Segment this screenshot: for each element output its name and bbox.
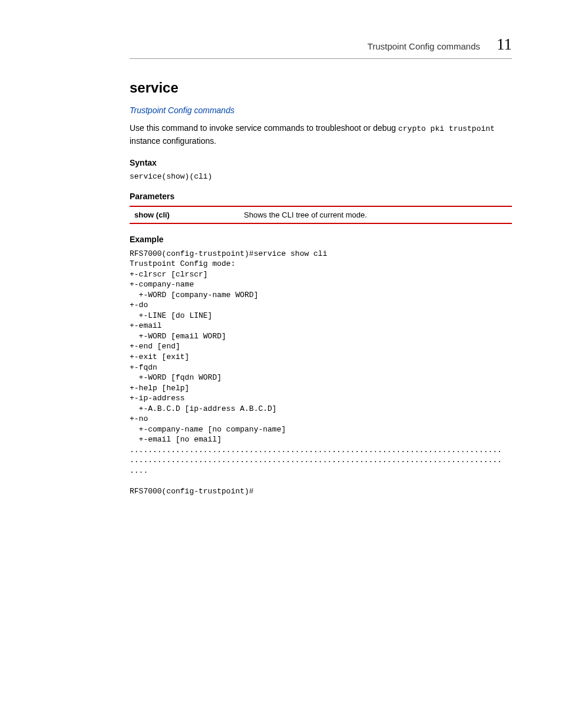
syntax-heading: Syntax bbox=[130, 158, 512, 167]
syntax-text: service(show)(cli) bbox=[130, 172, 512, 181]
breadcrumb-link[interactable]: Trustpoint Config commands bbox=[130, 106, 512, 115]
param-desc: Shows the CLI tree of current mode. bbox=[239, 206, 512, 223]
parameters-table: show (cli) Shows the CLI tree of current… bbox=[130, 206, 512, 224]
chapter-number: 11 bbox=[497, 35, 512, 54]
command-title: service bbox=[130, 80, 512, 96]
intro-text-before: Use this command to invoke service comma… bbox=[130, 123, 398, 133]
param-name: show (cli) bbox=[130, 206, 239, 223]
page-content: Trustpoint Config commands 11 service Tr… bbox=[0, 0, 562, 497]
example-code: RFS7000(config-trustpoint)#service show … bbox=[130, 249, 512, 497]
header-section-title: Trustpoint Config commands bbox=[368, 41, 480, 51]
page-header: Trustpoint Config commands 11 bbox=[130, 35, 512, 59]
intro-text-after: instance configurations. bbox=[130, 136, 216, 146]
table-row: show (cli) Shows the CLI tree of current… bbox=[130, 206, 512, 223]
intro-paragraph: Use this command to invoke service comma… bbox=[130, 122, 512, 147]
parameters-heading: Parameters bbox=[130, 192, 512, 201]
example-heading: Example bbox=[130, 235, 512, 244]
intro-code: crypto pki trustpoint bbox=[398, 124, 495, 133]
